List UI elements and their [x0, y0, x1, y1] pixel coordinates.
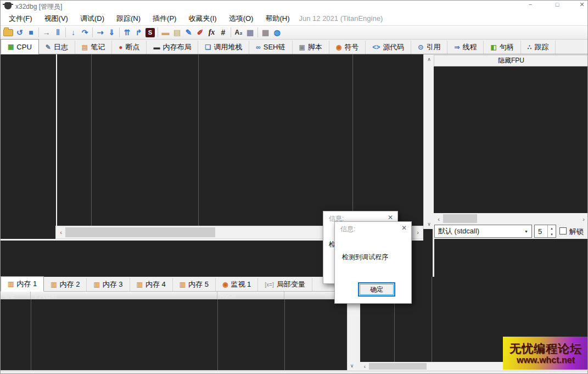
app-bug-icon: [4, 2, 12, 9]
hide-fpu-button[interactable]: 隐藏FPU: [434, 55, 588, 66]
registers-horizontal-scrollbar[interactable]: ‹ ›: [434, 213, 588, 225]
step-over-icon[interactable]: ↷: [79, 27, 91, 38]
tab-handles[interactable]: ◧句柄: [484, 41, 520, 54]
unlock-checkbox[interactable]: [559, 227, 567, 235]
calculator-icon[interactable]: ▦: [260, 27, 271, 38]
column-header-hex[interactable]: 十六进制: [31, 292, 217, 299]
tab-label: 内存 2: [60, 280, 80, 289]
trace-into-icon[interactable]: ⇢: [94, 27, 106, 38]
menu-debug[interactable]: 调试(D): [74, 12, 110, 25]
assemble-icon[interactable]: A₂: [233, 27, 244, 38]
dump-table-header: 地址 十六进制 ASCII: [1, 292, 347, 299]
scroll-right-icon[interactable]: ›: [580, 213, 587, 225]
tab-memory-map[interactable]: ▬内存布局: [147, 41, 198, 54]
column-header-address[interactable]: 地址: [1, 292, 31, 299]
arguments-pane[interactable]: [434, 239, 588, 277]
tab-breakpoints[interactable]: ●断点: [112, 41, 147, 54]
tab-seh-chain[interactable]: ∞SEH链: [249, 41, 292, 54]
tab-script[interactable]: ▣脚本: [293, 41, 329, 54]
status-bar: [1, 371, 588, 374]
scylla-icon[interactable]: S: [144, 27, 156, 38]
source-code-icon: <>: [372, 43, 380, 51]
functions-icon[interactable]: fx: [206, 27, 217, 38]
minimize-button[interactable]: −: [521, 1, 540, 9]
close-icon[interactable]: ✕: [401, 224, 407, 232]
menu-options[interactable]: 选项(O): [223, 12, 260, 25]
registers-view[interactable]: [434, 66, 588, 213]
run-icon[interactable]: →: [41, 27, 52, 38]
chevron-down-icon: ▼: [524, 230, 528, 233]
tab-symbols[interactable]: ◉符号: [329, 41, 366, 54]
open-file-icon[interactable]: [2, 27, 14, 38]
menu-favourites[interactable]: 收藏夹(I): [182, 12, 222, 25]
menu-trace[interactable]: 跟踪(N): [110, 12, 147, 25]
scroll-up-icon[interactable]: ∧: [424, 55, 434, 63]
stepper-down-icon[interactable]: ▼: [548, 231, 556, 237]
breakpoint-icon: ●: [119, 43, 122, 51]
run-to-user-code-icon[interactable]: ↱: [133, 27, 144, 38]
disassembly-view[interactable]: [1, 54, 423, 226]
execute-till-return-icon[interactable]: ⇈: [121, 27, 133, 38]
tab-label: CPU: [16, 43, 31, 51]
bottom-tab-bar: ▥内存 1 ▥内存 2 ▥内存 3 ▥内存 4 ▥内存 5 ◉监视 1 [x=]…: [1, 277, 356, 292]
tab-dump-4[interactable]: ▥内存 4: [130, 278, 173, 291]
scroll-down-icon[interactable]: ∨: [424, 220, 434, 228]
close-icon[interactable]: ✕: [388, 214, 393, 221]
tab-dump-1[interactable]: ▥内存 1: [1, 276, 44, 292]
menu-help[interactable]: 帮助(H): [259, 12, 295, 25]
tab-dump-5[interactable]: ▥内存 5: [173, 278, 216, 291]
tab-dump-2[interactable]: ▥内存 2: [44, 278, 87, 291]
dump-table-body[interactable]: [1, 299, 347, 370]
labels-icon[interactable]: ✎: [183, 27, 194, 38]
dump-column-divider: [31, 299, 31, 370]
menu-plugins[interactable]: 插件(P): [147, 12, 182, 25]
disasm-vertical-scrollbar[interactable]: ∧ ∨: [423, 54, 434, 229]
tab-trace[interactable]: ∴跟踪: [521, 41, 556, 54]
tab-source[interactable]: <>源代码: [366, 41, 411, 54]
maximize-button[interactable]: □: [548, 1, 567, 9]
tab-label: 笔记: [91, 42, 105, 52]
tab-notes[interactable]: ▤笔记: [75, 41, 112, 54]
restart-icon[interactable]: ↺: [14, 27, 25, 38]
argument-count-stepper[interactable]: 5 ▲ ▼: [534, 225, 556, 238]
dump-vertical-scrollbar[interactable]: ∨: [347, 292, 356, 370]
scrollbar-thumb[interactable]: [369, 363, 427, 370]
memory-dump-icon: ▥: [93, 281, 99, 288]
tab-threads[interactable]: ⇒线程: [447, 41, 484, 54]
scroll-right-icon[interactable]: ›: [414, 226, 422, 238]
attach-icon[interactable]: ▦: [244, 27, 256, 38]
patches-icon[interactable]: ▬: [160, 27, 171, 38]
scrollbar-thumb[interactable]: [65, 227, 215, 237]
step-into-icon[interactable]: ↓: [68, 27, 79, 38]
stop-icon[interactable]: ■: [25, 27, 37, 38]
tab-watch-1[interactable]: ◉监视 1: [216, 278, 258, 291]
pause-icon[interactable]: ‖: [52, 27, 64, 38]
tab-label: 内存布局: [163, 42, 191, 52]
menu-file[interactable]: 文件(F): [3, 12, 38, 25]
tab-references[interactable]: ⊙引用: [411, 41, 447, 54]
scroll-left-icon[interactable]: ‹: [435, 213, 443, 225]
tab-dump-3[interactable]: ▥内存 3: [87, 278, 130, 291]
trace-over-icon[interactable]: ⇓: [106, 27, 117, 38]
scroll-down-icon[interactable]: ∨: [348, 362, 356, 369]
tab-cpu[interactable]: ▦CPU: [1, 39, 39, 54]
column-header-ascii[interactable]: ASCII: [217, 292, 284, 299]
tab-call-stack[interactable]: ❏调用堆栈: [198, 41, 249, 54]
internet-icon[interactable]: ◍: [271, 27, 283, 38]
calling-convention-select[interactable]: 默认 (stdcall) ▼: [434, 225, 532, 238]
comments-icon[interactable]: ▤: [171, 27, 183, 38]
stepper-up-icon[interactable]: ▲: [548, 225, 556, 231]
ok-button[interactable]: 确定: [358, 282, 395, 297]
scroll-left-icon[interactable]: ‹: [361, 362, 368, 371]
menu-view[interactable]: 视图(V): [38, 12, 74, 25]
scroll-left-icon[interactable]: ‹: [57, 226, 65, 238]
hash-icon[interactable]: #: [217, 27, 229, 38]
scrollbar-thumb[interactable]: [443, 214, 477, 223]
close-button[interactable]: ✕: [573, 1, 588, 9]
tab-label: 句柄: [500, 42, 514, 52]
argument-count-value: 5: [535, 225, 547, 237]
threads-icon: ⇒: [454, 43, 460, 51]
tab-locals[interactable]: [x=]局部变量: [258, 278, 312, 291]
tab-log[interactable]: ✎日志: [39, 41, 75, 54]
highlight-icon[interactable]: ✐: [194, 27, 206, 38]
